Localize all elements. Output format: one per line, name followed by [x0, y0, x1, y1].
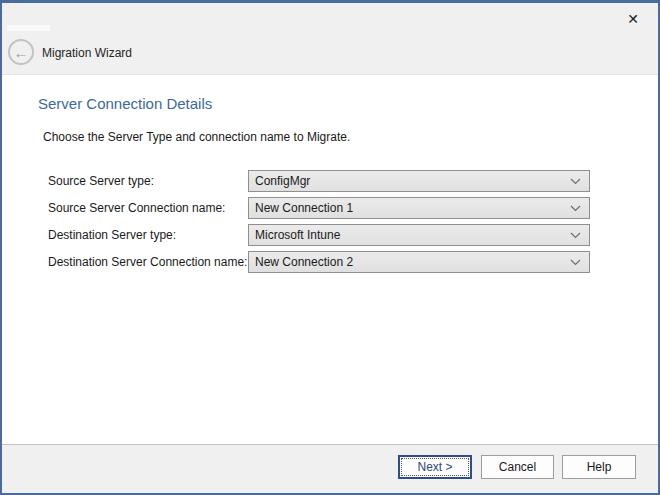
form-row-source-server-type: Source Server type: ConfigMgr [2, 170, 658, 192]
back-arrow-icon: ← [14, 45, 29, 60]
chevron-down-icon [570, 232, 581, 239]
form-row-destination-server-type: Destination Server type: Microsoft Intun… [2, 224, 658, 246]
source-server-type-value: ConfigMgr [255, 174, 570, 188]
chevron-down-icon [570, 205, 581, 212]
source-connection-name-value: New Connection 1 [255, 201, 570, 215]
titlebar-highlight [7, 25, 50, 31]
instruction-text: Choose the Server Type and connection na… [43, 130, 350, 144]
close-icon[interactable]: ✕ [620, 8, 646, 30]
back-button[interactable]: ← [8, 39, 34, 65]
form-row-source-connection-name: Source Server Connection name: New Conne… [2, 197, 658, 219]
destination-server-type-label: Destination Server type: [48, 224, 176, 246]
destination-server-type-value: Microsoft Intune [255, 228, 570, 242]
page-title: Server Connection Details [38, 95, 212, 112]
chevron-down-icon [570, 259, 581, 266]
form-row-destination-connection-name: Destination Server Connection name: New … [2, 251, 658, 273]
wizard-title: Migration Wizard [42, 46, 132, 60]
source-connection-name-label: Source Server Connection name: [48, 197, 225, 219]
wizard-header: ✕ ← Migration Wizard [2, 3, 658, 75]
next-button[interactable]: Next > [398, 455, 472, 479]
destination-connection-name-value: New Connection 2 [255, 255, 570, 269]
source-server-type-label: Source Server type: [48, 170, 154, 192]
destination-connection-name-label: Destination Server Connection name: [48, 251, 247, 273]
wizard-content: Server Connection Details Choose the Ser… [2, 76, 658, 444]
source-server-type-select[interactable]: ConfigMgr [248, 170, 590, 192]
migration-wizard-window: ✕ ← Migration Wizard Server Connection D… [0, 0, 660, 495]
wizard-footer: Next > Cancel Help [2, 444, 658, 493]
source-connection-name-select[interactable]: New Connection 1 [248, 197, 590, 219]
chevron-down-icon [570, 178, 581, 185]
destination-connection-name-select[interactable]: New Connection 2 [248, 251, 590, 273]
destination-server-type-select[interactable]: Microsoft Intune [248, 224, 590, 246]
help-button[interactable]: Help [562, 455, 636, 479]
cancel-button[interactable]: Cancel [481, 455, 554, 479]
